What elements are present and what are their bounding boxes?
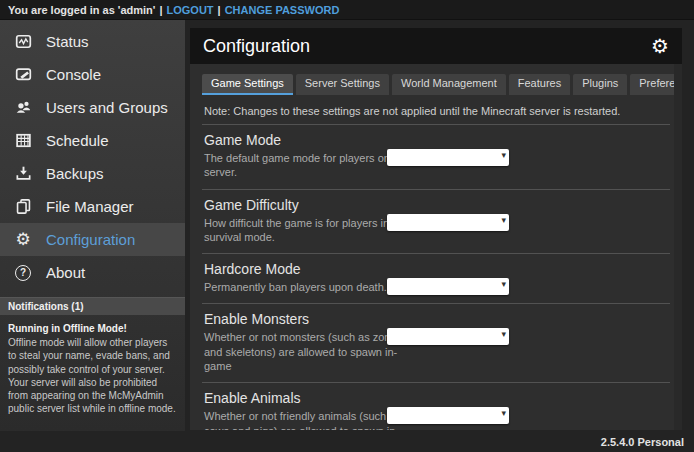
mcmyadmin-app: You are logged in as 'admin' | LOGOUT | … <box>0 0 694 452</box>
status-icon <box>13 32 33 52</box>
panel-body: Game Settings Server Settings World Mana… <box>190 64 682 430</box>
top-bar: You are logged in as 'admin' | LOGOUT | … <box>0 0 694 20</box>
tab-features[interactable]: Features <box>509 74 570 95</box>
chevron-down-icon: ▾ <box>501 329 506 339</box>
sidebar-item-label: File Manager <box>46 198 134 215</box>
tab-plugins[interactable]: Plugins <box>573 74 627 95</box>
tab-world-management[interactable]: World Management <box>392 74 506 95</box>
sidebar-item-label: Console <box>46 66 101 83</box>
notification-title: Running in Offline Mode! <box>8 322 177 335</box>
panel-header: Configuration ⚙ <box>190 28 682 64</box>
sidebar-item-configuration[interactable]: ⚙ Configuration <box>0 223 185 256</box>
tab-game-settings[interactable]: Game Settings <box>202 74 293 95</box>
chevron-down-icon: ▾ <box>501 408 506 418</box>
setting-row-enable-animals: Enable Animals Whether or not friendly a… <box>202 383 670 430</box>
sidebar-item-file-manager[interactable]: File Manager <box>0 190 185 223</box>
setting-row-hardcore-mode: Hardcore Mode Permanently ban players up… <box>202 254 670 304</box>
setting-title: Game Mode <box>204 132 668 148</box>
sidebar-item-schedule[interactable]: Schedule <box>0 124 185 157</box>
setting-row-enable-monsters: Enable Monsters Whether or not monsters … <box>202 304 670 383</box>
logout-link[interactable]: LOGOUT <box>167 4 214 16</box>
logged-in-text: You are logged in as 'admin' <box>8 4 155 16</box>
setting-title: Enable Monsters <box>204 311 668 327</box>
sidebar-item-label: About <box>46 264 85 281</box>
scrollbar-track[interactable] <box>674 64 682 430</box>
backups-icon <box>13 164 33 184</box>
sidebar-nav: Status Console Users and Groups Schedule <box>0 20 185 289</box>
sidebar-item-label: Backups <box>46 165 104 182</box>
sidebar: Status Console Users and Groups Schedule <box>0 20 185 431</box>
sidebar-item-status[interactable]: Status <box>0 25 185 58</box>
sidebar-item-about[interactable]: ? About <box>0 256 185 289</box>
tab-server-settings[interactable]: Server Settings <box>296 74 389 95</box>
separator: | <box>159 4 162 16</box>
footer: 2.5.4.0 Personal <box>0 431 694 452</box>
sidebar-item-label: Schedule <box>46 132 109 149</box>
enable-monsters-select[interactable]: ▾ <box>387 328 509 345</box>
setting-title: Hardcore Mode <box>204 261 668 277</box>
gear-icon: ⚙ <box>13 230 33 250</box>
question-icon: ? <box>13 263 33 283</box>
notification-text: Offline mode will allow other players to… <box>8 336 177 415</box>
file-manager-icon <box>13 197 33 217</box>
setting-row-game-difficulty: Game Difficulty How difficult the game i… <box>202 190 670 255</box>
schedule-icon <box>13 131 33 151</box>
users-icon <box>13 98 33 118</box>
setting-title: Game Difficulty <box>204 197 668 213</box>
content-panel: Configuration ⚙ Game Settings Server Set… <box>190 28 682 430</box>
game-difficulty-select[interactable]: ▾ <box>387 214 509 231</box>
chevron-down-icon: ▾ <box>501 215 506 225</box>
setting-row-game-mode: Game Mode The default game mode for play… <box>202 125 670 190</box>
restart-note: Note: Changes to these settings are not … <box>202 101 670 125</box>
sidebar-item-label: Users and Groups <box>46 99 168 116</box>
notifications-header: Notifications (1) <box>0 297 185 315</box>
setting-title: Enable Animals <box>204 390 668 406</box>
chevron-down-icon: ▾ <box>501 279 506 289</box>
game-mode-select[interactable]: ▾ <box>387 149 509 166</box>
notification-item: Running in Offline Mode! Offline mode wi… <box>0 315 185 422</box>
change-password-link[interactable]: CHANGE PASSWORD <box>225 4 340 16</box>
chevron-down-icon: ▾ <box>501 150 506 160</box>
page-title: Configuration <box>203 36 310 57</box>
settings-gear-icon[interactable]: ⚙ <box>651 36 669 56</box>
separator: | <box>218 4 221 16</box>
hardcore-mode-select[interactable]: ▾ <box>387 278 509 295</box>
sidebar-item-backups[interactable]: Backups <box>0 157 185 190</box>
sidebar-item-label: Status <box>46 33 89 50</box>
sidebar-item-label: Configuration <box>46 231 135 248</box>
sidebar-item-users-and-groups[interactable]: Users and Groups <box>0 91 185 124</box>
console-icon <box>13 65 33 85</box>
sidebar-item-console[interactable]: Console <box>0 58 185 91</box>
enable-animals-select[interactable]: ▾ <box>387 407 509 424</box>
version-text: 2.5.4.0 Personal <box>601 436 684 448</box>
tab-bar: Game Settings Server Settings World Mana… <box>202 74 670 95</box>
